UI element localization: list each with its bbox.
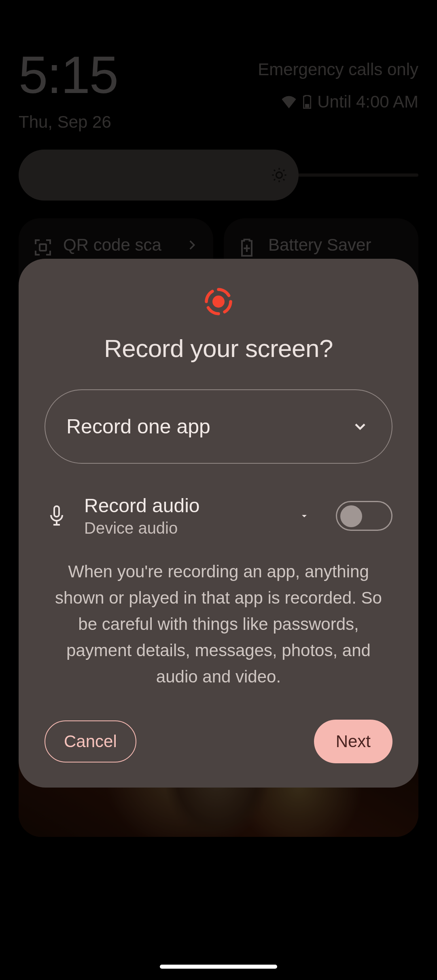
record-icon [45,287,392,316]
record-mode-dropdown[interactable]: Record one app [45,389,392,464]
record-audio-toggle[interactable] [336,501,392,531]
audio-source-selector[interactable]: Record audio Device audio [84,494,281,537]
navigation-handle[interactable] [160,965,277,969]
svg-point-11 [212,296,225,308]
screen-record-dialog: Record your screen? Record one app Recor… [19,259,418,788]
audio-title: Record audio [84,494,281,517]
audio-dropdown-caret[interactable] [296,510,312,522]
audio-source-value: Device audio [84,519,281,537]
svg-rect-12 [54,506,59,517]
cancel-button[interactable]: Cancel [45,720,136,762]
next-button[interactable]: Next [314,720,392,763]
record-mode-value: Record one app [66,415,210,438]
dialog-title: Record your screen? [45,334,392,363]
microphone-icon [45,505,69,527]
privacy-warning: When you're recording an app, anything s… [47,558,390,690]
chevron-down-icon [351,418,369,435]
